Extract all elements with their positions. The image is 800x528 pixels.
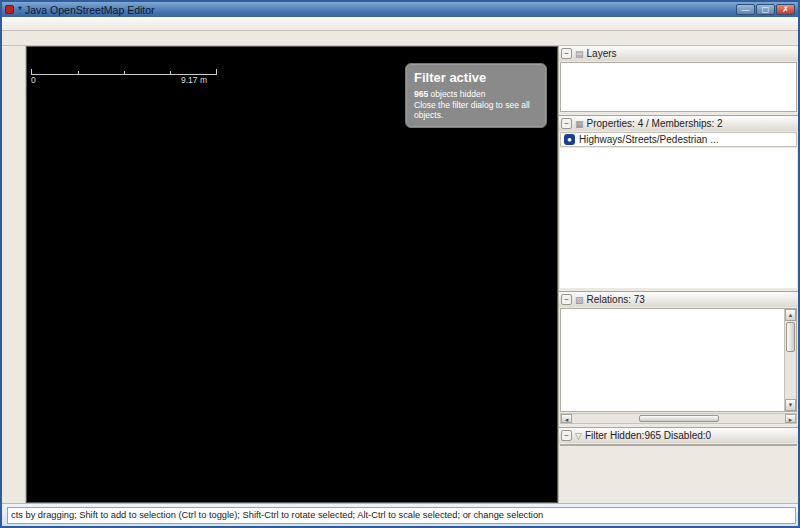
collapse-icon[interactable]: − xyxy=(561,48,572,59)
filter-table xyxy=(560,444,797,446)
close-button[interactable]: ✗ xyxy=(776,4,795,15)
maximize-button[interactable]: ▢ xyxy=(756,4,775,15)
filter-panel: − ▽ Filter Hidden:965 Disabled:0 xyxy=(559,428,798,503)
filter-icon: ▽ xyxy=(575,431,582,441)
josm-window: * Java OpenStreetMap Editor — ▢ ✗ 0 9.17… xyxy=(0,0,800,528)
right-panel: − ▤ Layers − ▦ Properties: 4 / Membershi… xyxy=(558,46,798,503)
relations-panel: − ▧ Relations: 73 ▲▼ ◄► xyxy=(559,292,798,428)
filter-panel-title: Filter Hidden:965 Disabled:0 xyxy=(585,430,711,441)
status-help-text: cts by dragging; Shift to add to selecti… xyxy=(7,507,796,524)
layers-panel-title: Layers xyxy=(587,48,617,59)
preset-label: Highways/Streets/Pedestrian ... xyxy=(579,134,719,145)
notification-title: Filter active xyxy=(414,70,538,85)
relations-vscrollbar[interactable]: ▲▼ xyxy=(784,309,796,411)
relations-icon: ▧ xyxy=(575,295,584,305)
properties-icon: ▦ xyxy=(575,119,584,129)
properties-panel-title: Properties: 4 / Memberships: 2 xyxy=(587,118,723,129)
preset-row[interactable]: ● Highways/Streets/Pedestrian ... xyxy=(560,132,797,147)
minimize-button[interactable]: — xyxy=(736,4,755,15)
layers-list xyxy=(560,62,797,112)
main-toolbar xyxy=(2,31,798,46)
menu-bar xyxy=(2,17,798,31)
map-scale-bar: 0 9.17 m xyxy=(31,69,217,85)
filter-active-notification: Filter active 965 objects hidden Close t… xyxy=(405,63,547,128)
collapse-icon[interactable]: − xyxy=(561,430,572,441)
relations-panel-title: Relations: 73 xyxy=(587,294,645,305)
app-icon xyxy=(5,5,14,14)
map-area: 0 9.17 m Filter active 965 objects hidde… xyxy=(26,46,558,503)
collapse-icon[interactable]: − xyxy=(561,294,572,305)
status-bar: cts by dragging; Shift to add to selecti… xyxy=(2,503,798,526)
layers-icon: ▤ xyxy=(575,49,584,59)
collapse-icon[interactable]: − xyxy=(561,118,572,129)
edit-toolbar xyxy=(2,46,26,503)
preset-icon: ● xyxy=(564,134,575,145)
window-titlebar[interactable]: * Java OpenStreetMap Editor — ▢ ✗ xyxy=(2,2,798,17)
layers-panel: − ▤ Layers xyxy=(559,46,798,116)
notification-hint: Close the filter dialog to see all objec… xyxy=(414,100,538,121)
scale-end: 9.17 m xyxy=(181,75,207,85)
properties-panel: − ▦ Properties: 4 / Memberships: 2 ● Hig… xyxy=(559,116,798,292)
window-title: * Java OpenStreetMap Editor xyxy=(18,4,155,16)
scale-start: 0 xyxy=(31,75,36,85)
relations-hscrollbar[interactable]: ◄► xyxy=(560,413,797,424)
hidden-count: 965 xyxy=(414,89,428,99)
